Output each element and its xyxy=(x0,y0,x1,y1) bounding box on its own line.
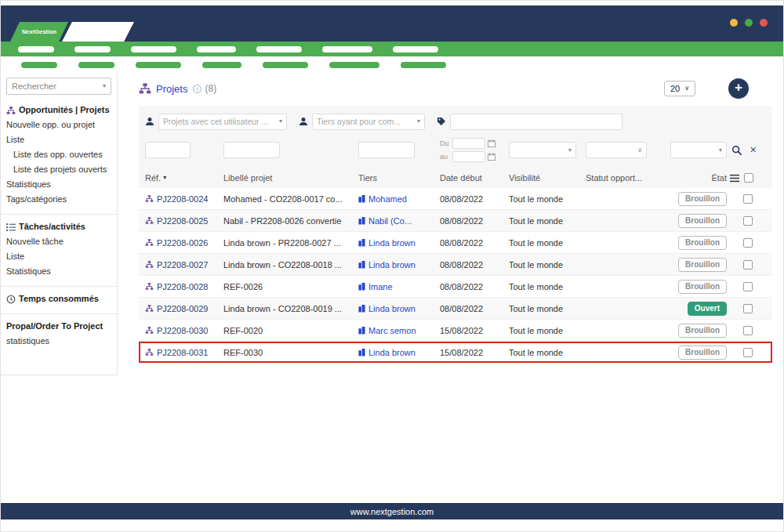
project-label: Mohamed - CO2208-0017 co... xyxy=(223,194,355,204)
thirdparty-link[interactable]: Linda brown xyxy=(358,304,437,313)
user-filter-select[interactable]: Projets avec cet utilisateur ... xyxy=(158,114,287,130)
sidebar-search-select[interactable]: Rechercher xyxy=(6,78,111,95)
page-size-value: 20 xyxy=(670,84,680,93)
select-all-checkbox[interactable] xyxy=(744,173,753,183)
window-maximize-dot[interactable] xyxy=(745,19,753,27)
sidebar-item[interactable]: Statistiques xyxy=(1,264,117,279)
footer-bar: www.nextgestion.com xyxy=(1,503,783,519)
thirdparty-filter-select[interactable]: Tiers ayant pour com... xyxy=(312,114,425,130)
row-checkbox[interactable] xyxy=(743,238,753,248)
project-ref-link[interactable]: PJ2208-0030 xyxy=(145,326,220,335)
table-row: PJ2208-0025Nabil - PR2208-0026 convertie… xyxy=(139,210,772,232)
date-start-from-input[interactable] xyxy=(452,138,485,149)
thirdparty-link[interactable]: Linda brown xyxy=(358,238,437,248)
thirdparty-link[interactable]: Imane xyxy=(358,282,437,291)
column-header-label[interactable]: Libellé projet xyxy=(223,173,355,183)
menu-item-redacted[interactable] xyxy=(18,46,54,52)
user-icon xyxy=(145,117,154,126)
search-icon[interactable] xyxy=(731,145,742,156)
menu-item-redacted[interactable] xyxy=(78,62,114,68)
thirdparty-link[interactable]: Linda brown xyxy=(358,260,437,270)
project-label: REF-0026 xyxy=(223,282,355,291)
calendar-icon[interactable] xyxy=(488,153,495,161)
calendar-icon[interactable] xyxy=(488,139,495,147)
row-checkbox[interactable] xyxy=(743,216,753,226)
label-filter-input[interactable] xyxy=(223,142,280,158)
menu-item-redacted[interactable] xyxy=(131,46,176,52)
visibility: Tout le monde xyxy=(509,282,583,291)
project-ref-link[interactable]: PJ2208-0029 xyxy=(145,304,220,313)
sidebar-item[interactable]: Nouvelle opp. ou projet xyxy=(1,118,117,132)
menu-item-redacted[interactable] xyxy=(256,46,302,52)
opportunity-status-filter-select[interactable] xyxy=(586,142,647,158)
column-header-visibility[interactable]: Visibilité xyxy=(509,173,583,183)
ref-filter-input[interactable] xyxy=(145,142,191,158)
project-ref-link[interactable]: PJ2208-0026 xyxy=(145,238,220,248)
thirdparty-text-filter-input[interactable] xyxy=(358,142,415,158)
building-icon xyxy=(358,194,365,203)
sidebar-item[interactable]: Liste xyxy=(1,132,117,147)
row-checkbox[interactable] xyxy=(743,326,753,335)
sidebar-item-label: Tags/catégories xyxy=(6,194,67,204)
menu-item-redacted[interactable] xyxy=(263,62,308,68)
add-project-button[interactable] xyxy=(728,78,749,99)
window-controls xyxy=(730,19,768,27)
thirdparty-link[interactable]: Linda brown xyxy=(358,348,437,357)
project-label: Linda brown - PR2208-0027 ... xyxy=(223,238,355,248)
menu-item-redacted[interactable] xyxy=(21,62,57,68)
page-size-select[interactable]: 20 xyxy=(664,81,695,96)
menu-item-redacted[interactable] xyxy=(329,62,379,68)
thirdparty-link[interactable]: Marc semon xyxy=(358,326,437,335)
sidebar-item[interactable]: Statistiques xyxy=(1,177,117,192)
date-start-to-input[interactable] xyxy=(452,151,485,162)
row-checkbox[interactable] xyxy=(743,282,753,291)
sidebar-item[interactable]: Nouvelle tâche xyxy=(1,234,117,249)
menu-item-redacted[interactable] xyxy=(202,62,241,68)
list-view-icon[interactable] xyxy=(730,174,739,183)
menu-item-redacted[interactable] xyxy=(74,46,111,52)
row-checkbox[interactable] xyxy=(743,194,753,204)
column-header-tiers[interactable]: Tiers xyxy=(358,173,437,183)
project-ref-link[interactable]: PJ2208-0031 xyxy=(145,348,220,357)
row-checkbox[interactable] xyxy=(743,304,753,313)
column-header-status[interactable]: Statut opport... xyxy=(586,173,667,183)
browser-tab[interactable] xyxy=(62,22,134,42)
date-start: 08/08/2022 xyxy=(440,260,506,270)
filter-panel: Projets avec cet utilisateur ... Tiers a… xyxy=(139,106,772,168)
sidebar-item[interactable]: Liste des projets ouverts xyxy=(1,162,117,177)
thirdparty-link[interactable]: Mohamed xyxy=(358,194,437,204)
visibility-filter-select[interactable] xyxy=(509,142,576,158)
date-to-label: au xyxy=(440,153,450,161)
project-ref-link[interactable]: PJ2208-0024 xyxy=(145,194,220,204)
project-ref-link[interactable]: PJ2208-0028 xyxy=(145,282,220,291)
sidebar-item[interactable]: statistiques xyxy=(1,334,117,349)
window-minimize-dot[interactable] xyxy=(730,19,738,27)
project-ref-link[interactable]: PJ2208-0027 xyxy=(145,260,220,270)
sidebar-item[interactable]: Liste xyxy=(1,249,117,264)
column-header-date[interactable]: Date début xyxy=(440,173,506,183)
sitemap-icon xyxy=(145,327,154,334)
menu-item-redacted[interactable] xyxy=(322,46,372,52)
visibility: Tout le monde xyxy=(509,216,583,226)
state-filter-select[interactable] xyxy=(670,142,727,158)
menu-item-redacted[interactable] xyxy=(136,62,181,68)
info-icon[interactable] xyxy=(193,85,201,93)
column-header-ref[interactable]: Réf. xyxy=(145,173,220,183)
thirdparty-link[interactable]: Nabil (Co... xyxy=(358,216,437,226)
column-header-state[interactable]: État xyxy=(670,173,727,183)
menu-item-redacted[interactable] xyxy=(401,62,446,68)
sidebar-item[interactable]: Liste des opp. ouvertes xyxy=(1,147,117,162)
row-checkbox[interactable] xyxy=(743,260,753,270)
menu-item-redacted[interactable] xyxy=(197,46,236,52)
chevron-down-icon xyxy=(684,85,689,92)
sidebar-item[interactable]: Tags/catégories xyxy=(1,192,117,207)
clear-filters-icon[interactable] xyxy=(750,145,757,155)
project-ref-link[interactable]: PJ2208-0025 xyxy=(145,216,220,226)
menu-item-redacted[interactable] xyxy=(393,46,438,52)
sitemap-icon xyxy=(145,305,154,312)
date-start: 08/08/2022 xyxy=(440,194,506,204)
sitemap-icon xyxy=(145,217,154,224)
tag-filter-input[interactable] xyxy=(450,114,622,130)
window-close-dot[interactable] xyxy=(760,19,768,27)
row-checkbox[interactable] xyxy=(743,348,753,357)
